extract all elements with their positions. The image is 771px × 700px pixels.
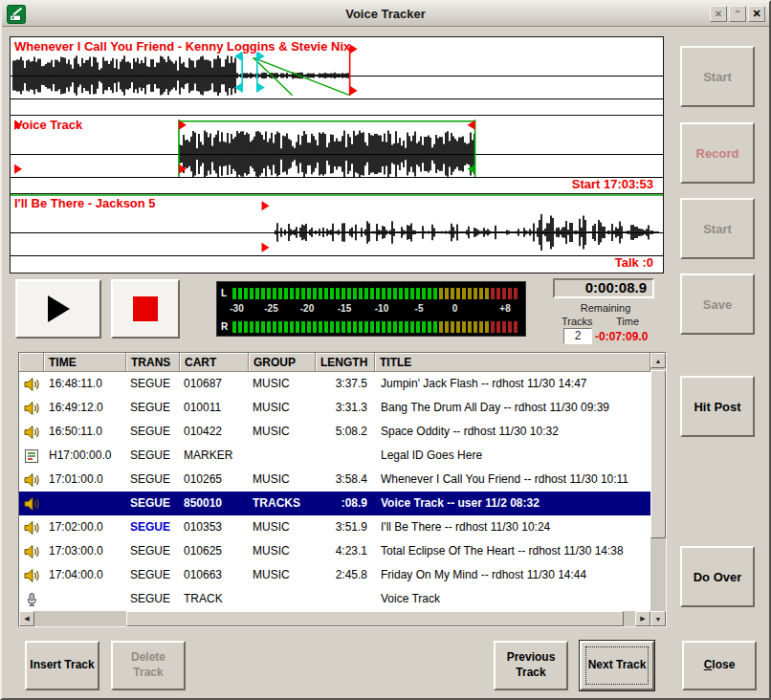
speaker-icon [19,539,44,563]
speaker-icon [19,563,44,587]
log-row[interactable]: H17:00:00.0SEGUEMARKERLegal ID Goes Here [19,444,650,468]
led-strip [232,288,519,299]
next-track-button[interactable]: Next Track [580,641,654,690]
level-meter: L -30-25-20-15-10-50+8 R [216,281,526,337]
cell-group: MUSIC [249,468,316,492]
start-track1-button[interactable]: Start [680,46,755,107]
horizontal-scrollbar[interactable]: ◀ ▶ [19,611,650,626]
log-row[interactable]: 17:02:00.0SEGUE010353MUSIC3:51.9I'll Be … [19,515,650,539]
waveform-track-1[interactable]: Whenever I Call You Friend - Kenny Loggi… [11,37,663,116]
column-header-title[interactable]: TITLE [375,353,650,372]
waveform-track-3[interactable]: I'll Be There - Jackson 5Talk :0 [11,194,663,273]
side-button-column: StartRecordStartSaveHit PostDo Over [680,2,755,671]
cell-trans: SEGUE [126,444,180,468]
record-button[interactable]: Record [680,122,755,184]
save-button[interactable]: Save [680,273,755,335]
cell-title: Friday On My Mind -- rdhost 11/30 14:44 [375,563,650,587]
track-title: Voice Track [14,118,82,132]
cell-title: Total Eclipse Of The Heart -- rdhost 11/… [375,539,650,563]
cell-cart: 010353 [180,515,249,539]
cell-group: MUSIC [249,563,316,587]
titlebar[interactable]: Voice Tracker ✕⌃✕ [2,2,769,27]
track-title: I'll Be There - Jackson 5 [14,196,156,210]
cell-trans: SEGUE [126,587,180,611]
do-over-button[interactable]: Do Over [680,546,755,607]
start-track3-button[interactable]: Start [680,198,755,259]
cell-cart: 010687 [180,372,249,396]
meter-channel-label: L [221,288,232,298]
column-header-group[interactable]: GROUP [249,353,316,372]
log-row[interactable]: SEGUETRACKVoice Track [19,587,650,611]
play-button[interactable] [15,279,101,339]
speaker-icon [19,420,44,444]
cell-cart: 850010 [180,492,249,515]
vertical-scrollbar[interactable]: ▲ ▼ [650,353,666,626]
stop-button[interactable] [111,279,180,339]
previous-track-button[interactable]: Previous Track [494,641,568,690]
close-button[interactable]: Close [682,641,757,690]
meter-channel-label: R [221,321,232,332]
log-row[interactable]: SEGUE850010TRACKS:08.9Voice Track -- use… [19,492,650,515]
vertical-scroll-thumb[interactable] [650,370,666,538]
delete-track-button[interactable]: Delete Track [111,641,186,690]
remaining-panel: Remaining Tracks Time 2 -0:07:09.0 [549,302,662,346]
led-strip [232,321,519,333]
cell-trans: SEGUE [126,515,180,539]
cell-time: 16:48:11.0 [44,372,126,396]
vertical-scroll-track[interactable] [650,368,666,611]
hit-post-button[interactable]: Hit Post [680,376,755,437]
cell-trans: SEGUE [126,468,180,492]
cell-cart: TRACK [180,587,249,611]
column-header-trans[interactable]: TRANS [126,353,180,372]
scroll-up-button[interactable]: ▲ [650,353,666,368]
scroll-left-button[interactable]: ◀ [19,611,34,626]
cell-length: 3:31.3 [316,396,375,420]
cell-time: 17:03:00.0 [44,539,126,563]
cell-time: 16:49:12.0 [44,396,126,420]
window-title: Voice Tracker [2,7,769,21]
cell-length: 2:45.8 [316,563,375,587]
cell-group: MUSIC [249,372,316,396]
scroll-down-button[interactable]: ▼ [650,611,666,626]
scroll-right-button[interactable]: ▶ [635,611,650,626]
cell-title: Bang The Drum All Day -- rdhost 11/30 09… [375,396,650,420]
play-icon [46,295,71,323]
cell-length: 5:08.2 [316,420,375,444]
column-header-cart[interactable]: CART [180,353,249,372]
speaker-icon [19,515,44,539]
waveform-track-2[interactable]: Voice TrackStart 17:03:53 [11,116,663,194]
log-row[interactable]: 16:48:11.0SEGUE010687MUSIC3:37.5Jumpin' … [19,372,650,396]
cell-group: MUSIC [249,539,316,563]
cell-cart: 010422 [180,420,249,444]
remaining-heading: Remaining [549,302,662,314]
horizontal-scroll-track[interactable] [34,611,635,626]
meter-scale-label: 0 [452,303,458,314]
cell-length: 3:58.4 [316,468,375,492]
cell-title: I'll Be There -- rdhost 11/30 10:24 [375,515,650,539]
cell-cart: 010011 [180,396,249,420]
column-header-length[interactable]: LENGTH [316,353,375,372]
meter-scale-label: -25 [264,303,277,314]
cell-group: TRACKS [249,492,316,515]
cell-title: Voice Track [375,587,650,611]
column-header-icon[interactable] [19,353,44,372]
column-header-time[interactable]: TIME [44,353,126,372]
microphone-icon [19,587,44,611]
cell-time: 16:50:11.0 [44,420,126,444]
cell-title: Voice Track -- user 11/2 08:32 [375,492,650,515]
tracks-remaining-label: Tracks [562,316,593,327]
cell-trans: SEGUE [126,539,180,563]
log-row[interactable]: 16:49:12.0SEGUE010011MUSIC3:31.3Bang The… [19,396,650,420]
cell-title: Legal ID Goes Here [375,444,650,468]
log-row[interactable]: 17:01:00.0SEGUE010265MUSIC3:58.4Whenever… [19,468,650,492]
log-row[interactable]: 17:03:00.0SEGUE010625MUSIC4:23.1Total Ec… [19,539,650,563]
log-row[interactable]: 17:04:00.0SEGUE010663MUSIC2:45.8Friday O… [19,563,650,587]
log-table-header: TIMETRANSCARTGROUPLENGTHTITLE [19,353,650,372]
cell-time [44,587,126,611]
cell-length [316,587,375,611]
log-row[interactable]: 16:50:11.0SEGUE010422MUSIC5:08.2Space Od… [19,420,650,444]
insert-track-button[interactable]: Insert Track [25,641,99,690]
cell-length: :08.9 [316,492,375,515]
cell-cart: 010663 [180,563,249,587]
horizontal-scroll-thumb[interactable] [126,611,624,626]
